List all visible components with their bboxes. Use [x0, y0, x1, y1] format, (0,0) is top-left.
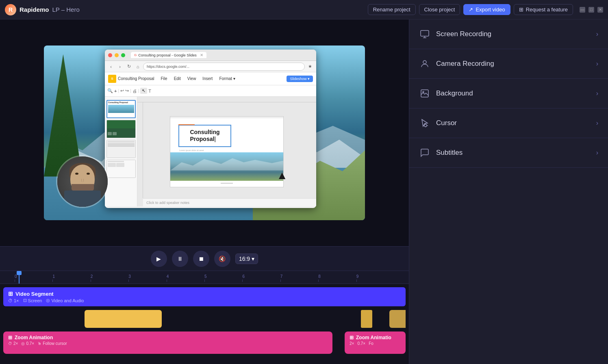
- zoom-meta-left: ⏱ 2× ◎ 0.7× 🖱 Follow cursor: [8, 341, 328, 346]
- camera-recording-left: Camera Recording: [419, 58, 494, 69]
- zoom-follow-left: 🖱 Follow cursor: [37, 341, 67, 346]
- panel-section-background: Background ›: [409, 79, 608, 108]
- browser-window: G Consulting proposal - Google Slides ✕ …: [105, 50, 316, 208]
- logo-area: R Rapidemo LP – Hero: [5, 4, 80, 15]
- browser-tab: G Consulting proposal - Google Slides ✕: [131, 52, 206, 58]
- slide-thumb-4[interactable]: [106, 160, 136, 178]
- slide-thumb-2[interactable]: [106, 120, 136, 138]
- cursor-label: Cursor: [436, 119, 457, 127]
- play-button[interactable]: ▶: [151, 251, 167, 267]
- slides-menu-file[interactable]: File: [159, 76, 169, 82]
- camera-recording-chevron: ›: [596, 60, 598, 67]
- text-tool[interactable]: T: [148, 89, 151, 93]
- browser-back-button[interactable]: ‹: [107, 63, 115, 70]
- slide-title-box: ConsultingProposal|: [178, 125, 231, 147]
- app-name: Rapidemo: [20, 6, 49, 13]
- left-eye: [75, 173, 78, 175]
- zoom-icon: 🔍: [107, 88, 113, 93]
- subtitles-label: Subtitles: [436, 149, 463, 157]
- ruler-mark-5: 5: [204, 274, 242, 282]
- ruler-mark-9: 9: [356, 274, 394, 282]
- pause-button[interactable]: ⏸: [172, 251, 188, 267]
- cursor-chevron: ›: [596, 119, 598, 127]
- svg-point-1: [423, 61, 426, 64]
- zoom-meta-right: 2× 0.7× Fo: [350, 341, 401, 346]
- panel-section-screen-recording: Screen Recording ›: [409, 20, 608, 49]
- screen-recording-header[interactable]: Screen Recording ›: [409, 20, 608, 49]
- slides-menu-insert[interactable]: Insert: [201, 76, 214, 82]
- browser-bookmark-button[interactable]: ★: [306, 63, 314, 70]
- cursor-tool[interactable]: ↖: [140, 88, 147, 94]
- keyframe-yellow-3[interactable]: [389, 310, 406, 328]
- slideshow-button[interactable]: Slideshow ▾: [287, 76, 313, 82]
- slides-main: ConsultingProposal| Lorem ipsum dolor si…: [137, 97, 316, 206]
- minimize-button[interactable]: —: [580, 7, 585, 13]
- ruler-left: [137, 102, 143, 198]
- close-button[interactable]: ✕: [597, 7, 603, 13]
- zoom-follow-right: Fo: [369, 341, 373, 346]
- timeline-tracks: ⊞ Video Segment ⏱ 1× ⊡ Screen ◎: [0, 284, 409, 359]
- slide-nav-bar: [221, 183, 233, 184]
- zoom-scale-right: 0.7×: [357, 341, 365, 346]
- browser-titlebar: G Consulting proposal - Google Slides ✕: [105, 50, 316, 61]
- ruler-mark-0: 0: [15, 274, 52, 282]
- segment-title: ⊞ Video Segment: [8, 290, 401, 297]
- camera-recording-header[interactable]: Camera Recording ›: [409, 49, 608, 78]
- playback-controls: ▶ ⏸ ⏹ 🔇 16:9 ▾: [0, 246, 409, 271]
- speed-icon: ⏱: [8, 298, 13, 303]
- slides-menu-view[interactable]: View: [186, 76, 198, 82]
- export-icon: ↗: [469, 6, 473, 13]
- zoom-title-right: ⊞ Zoom Animatio: [350, 335, 401, 340]
- redo-icon[interactable]: ↪: [125, 88, 129, 93]
- screen-recording-icon: [419, 28, 430, 40]
- app-logo: R: [5, 4, 16, 15]
- left-panel: G Consulting proposal - Google Slides ✕ …: [0, 20, 409, 364]
- screen-icon: ⊡: [23, 298, 27, 303]
- browser-refresh-button[interactable]: ↻: [125, 63, 132, 70]
- right-panel: Screen Recording › Camera Recording ›: [409, 20, 608, 364]
- background-header[interactable]: Background ›: [409, 79, 608, 108]
- subtitles-icon: [419, 147, 430, 158]
- ruler-mark-6: 6: [242, 274, 280, 282]
- slide-top-bar: [170, 117, 283, 118]
- camera-face: [57, 156, 108, 207]
- aspect-ratio-select[interactable]: 16:9 ▾: [235, 254, 258, 264]
- subtitles-chevron: ›: [596, 149, 598, 156]
- ruler-mark-4: 4: [167, 274, 204, 282]
- playhead-handle[interactable]: [17, 271, 22, 275]
- keyframe-yellow-1[interactable]: [85, 310, 162, 328]
- undo-icon[interactable]: ↩: [120, 88, 124, 93]
- panel-section-camera-recording: Camera Recording ›: [409, 49, 608, 79]
- subtitles-header[interactable]: Subtitles ›: [409, 138, 608, 167]
- background-left: Background: [419, 88, 473, 99]
- export-video-button[interactable]: ↗ Export video: [463, 4, 510, 15]
- request-feature-button[interactable]: ⊞ Request a feature: [514, 4, 573, 15]
- browser-home-button[interactable]: ⌂: [134, 63, 141, 70]
- ruler-top: [137, 97, 316, 102]
- slides-menu-format[interactable]: Format ▾: [217, 76, 237, 82]
- browser-url-bar[interactable]: https://docs.google.com/...: [143, 63, 305, 71]
- slides-panel: Consulting Proposal: [105, 97, 137, 206]
- slide-thumb-1[interactable]: Consulting Proposal: [106, 100, 136, 118]
- screen-recording-label: Screen Recording: [436, 30, 491, 38]
- slide-title-text: ConsultingProposal|: [190, 129, 219, 143]
- cursor-left: Cursor: [419, 117, 457, 129]
- screen-recording-left: Screen Recording: [419, 28, 491, 40]
- maximize-button[interactable]: □: [588, 7, 594, 13]
- cursor-header[interactable]: Cursor ›: [409, 108, 608, 138]
- slides-toolbar: 🔍 + | ↩ ↪ | 🖨 | ↖ T: [105, 85, 316, 97]
- rename-project-button[interactable]: Rename project: [368, 4, 416, 15]
- browser-forward-button[interactable]: ›: [116, 63, 124, 70]
- slide-thumb-3[interactable]: [106, 140, 136, 158]
- slides-app-bar: S Consulting Proposal File Edit View Ins…: [105, 72, 316, 85]
- zoom-icon-right: ⊞: [350, 335, 354, 340]
- slides-menu-edit[interactable]: Edit: [172, 76, 182, 82]
- mute-button[interactable]: 🔇: [214, 251, 230, 267]
- keyframe-yellow-2[interactable]: [361, 310, 372, 328]
- close-project-button[interactable]: Close project: [419, 4, 460, 15]
- timeline-playhead[interactable]: [19, 271, 20, 284]
- stop-button[interactable]: ⏹: [193, 251, 209, 267]
- shirt: [64, 191, 101, 207]
- slides-title: Consulting Proposal: [118, 76, 154, 81]
- svg-point-3: [423, 91, 424, 93]
